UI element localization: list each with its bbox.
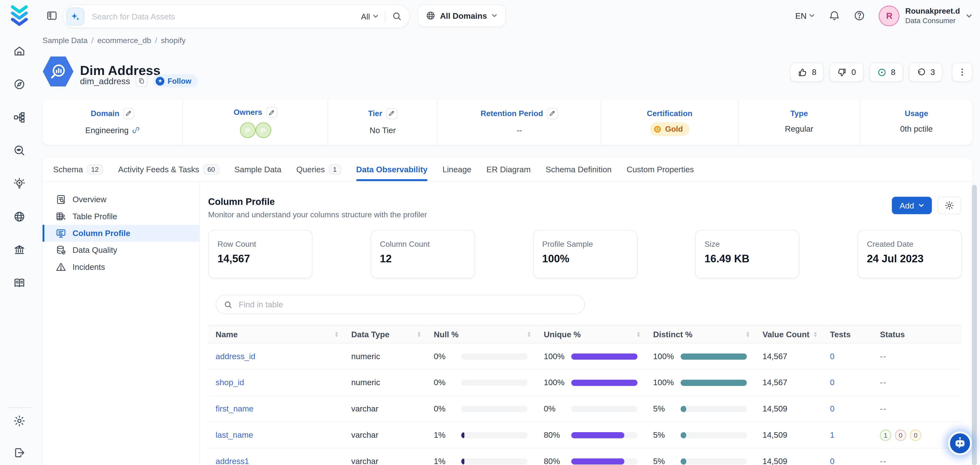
sidebar-item-data-quality[interactable]: Data Quality bbox=[43, 241, 199, 259]
column-name-link[interactable]: shop_id bbox=[216, 378, 244, 387]
tab-label: Schema Definition bbox=[546, 165, 612, 174]
column-header-label: Tests bbox=[830, 330, 851, 339]
thumb-down-button[interactable]: 0 bbox=[829, 62, 863, 82]
ai-sparkle-icon[interactable] bbox=[66, 7, 84, 25]
openmetadata-app: All All Domains EN R Rounakpreet.d Data … bbox=[0, 0, 980, 465]
null-percent-cell: 1% bbox=[429, 422, 539, 448]
breadcrumb-item[interactable]: shopify bbox=[161, 36, 186, 45]
tab-lineage[interactable]: Lineage bbox=[442, 157, 471, 181]
column-header-null[interactable]: Null %▲▼ bbox=[429, 325, 539, 343]
logout-icon[interactable] bbox=[13, 446, 26, 459]
tab-schema[interactable]: Schema12 bbox=[53, 157, 103, 181]
breadcrumb-item[interactable]: ecommerce_db bbox=[97, 36, 151, 45]
column-header-unique[interactable]: Unique %▲▼ bbox=[539, 325, 648, 343]
action-count: 0 bbox=[851, 67, 856, 77]
tab-sample-data[interactable]: Sample Data bbox=[234, 157, 281, 181]
views-button[interactable]: 8 bbox=[869, 62, 903, 82]
help-icon[interactable] bbox=[854, 10, 865, 21]
thumb-up-button[interactable]: 8 bbox=[790, 62, 824, 82]
rail-item-glossary[interactable] bbox=[13, 276, 26, 290]
column-header-name[interactable]: Name▲▼ bbox=[208, 325, 346, 343]
column-name-link[interactable]: address1 bbox=[216, 457, 249, 465]
app-logo-icon[interactable] bbox=[11, 5, 28, 26]
search-scope-dropdown[interactable]: All bbox=[361, 11, 379, 21]
summary-card-row-count: Row Count14,567 bbox=[208, 230, 313, 278]
rail-item-govern[interactable] bbox=[13, 243, 26, 257]
copy-icon[interactable] bbox=[136, 75, 148, 87]
owner-avatar[interactable]: P bbox=[256, 122, 271, 138]
follow-button[interactable]: ★ Follow bbox=[153, 74, 197, 87]
meta-label-text: Retention Period bbox=[480, 109, 543, 118]
meta-value: Regular bbox=[785, 122, 813, 136]
sort-icon[interactable]: ▲▼ bbox=[334, 331, 339, 338]
column-name-link[interactable]: address_id bbox=[216, 352, 255, 361]
global-search[interactable]: All bbox=[63, 5, 410, 28]
edit-owners-icon[interactable] bbox=[266, 107, 277, 118]
find-in-table-input[interactable] bbox=[237, 299, 577, 310]
meta-label-text: Type bbox=[790, 109, 808, 118]
language-selector[interactable]: EN bbox=[795, 11, 815, 20]
profiler-settings-gear-icon[interactable] bbox=[937, 197, 961, 214]
chat-bot-button[interactable] bbox=[948, 432, 972, 455]
sidebar-toggle-icon[interactable] bbox=[46, 10, 57, 21]
rail-item-insights[interactable] bbox=[13, 177, 26, 190]
column-name-link[interactable]: first_name bbox=[216, 404, 253, 413]
entity-detail-card: Schema12Activity Feeds & Tasks60Sample D… bbox=[43, 157, 973, 465]
add-button[interactable]: Add bbox=[892, 197, 932, 214]
tests-count-link[interactable]: 0 bbox=[830, 404, 835, 413]
tests-count-link[interactable]: 0 bbox=[830, 378, 835, 387]
breadcrumb-item[interactable]: Sample Data bbox=[43, 36, 88, 45]
settings-icon[interactable] bbox=[13, 414, 26, 427]
sort-icon[interactable]: ▲▼ bbox=[813, 331, 818, 338]
edit-retention-period-icon[interactable] bbox=[547, 108, 558, 119]
column-header-distinct[interactable]: Distinct %▲▼ bbox=[648, 325, 757, 343]
search-input[interactable] bbox=[91, 11, 361, 22]
column-name-link[interactable]: last_name bbox=[216, 430, 253, 440]
column-name-cell: shop_id bbox=[208, 369, 346, 396]
scrollbar[interactable] bbox=[972, 185, 977, 465]
tab-data-observability[interactable]: Data Observability bbox=[356, 157, 427, 181]
rail-item-home[interactable] bbox=[13, 44, 26, 58]
rail-item-services[interactable] bbox=[13, 111, 26, 124]
notifications-bell-icon[interactable] bbox=[829, 10, 840, 21]
sort-icon[interactable]: ▲▼ bbox=[417, 331, 421, 338]
edit-domain-icon[interactable] bbox=[123, 108, 134, 119]
column-header-data-type[interactable]: Data Type▲▼ bbox=[346, 325, 429, 343]
sidebar-item-table-profile[interactable]: Table Profile bbox=[43, 208, 199, 225]
tab-er-diagram[interactable]: ER Diagram bbox=[486, 157, 531, 181]
edit-tier-icon[interactable] bbox=[386, 108, 397, 119]
restore-button[interactable]: 3 bbox=[908, 62, 942, 82]
rail-item-explore[interactable] bbox=[13, 78, 26, 91]
sidebar-item-overview[interactable]: Overview bbox=[43, 191, 199, 208]
tests-count-link[interactable]: 0 bbox=[830, 457, 835, 465]
all-domains-button[interactable]: All Domains bbox=[417, 5, 506, 27]
tests-count-link[interactable]: 0 bbox=[830, 352, 835, 361]
more-actions-button[interactable] bbox=[952, 62, 972, 82]
column-header-value-count[interactable]: Value Count▲▼ bbox=[757, 325, 825, 343]
tests-count-link[interactable]: 1 bbox=[830, 430, 835, 440]
action-count: 8 bbox=[812, 67, 816, 77]
value-count-cell: 14,567 bbox=[757, 369, 825, 396]
tab-custom-properties[interactable]: Custom Properties bbox=[627, 157, 694, 181]
null-progress-bar bbox=[461, 379, 528, 386]
null-progress-bar bbox=[461, 432, 528, 438]
find-in-table[interactable] bbox=[216, 295, 585, 314]
meta-label: Domain bbox=[91, 108, 134, 119]
tab-queries[interactable]: Queries1 bbox=[296, 157, 341, 181]
rail-item-domains[interactable] bbox=[13, 210, 26, 224]
sidebar-item-incidents[interactable]: Incidents bbox=[43, 259, 199, 275]
user-menu[interactable]: R Rounakpreet.d Data Consumer bbox=[879, 5, 972, 26]
rail-item-observability[interactable] bbox=[13, 144, 26, 157]
sort-icon[interactable]: ▲▼ bbox=[746, 331, 750, 338]
views-icon bbox=[877, 67, 886, 77]
sidebar-item-label: Column Profile bbox=[73, 229, 130, 238]
owner-avatar[interactable]: P bbox=[240, 122, 255, 138]
tab-schema-definition[interactable]: Schema Definition bbox=[546, 157, 612, 181]
column-header-label: Value Count bbox=[762, 330, 810, 339]
value-count-cell: 14,509 bbox=[757, 422, 825, 448]
sort-icon[interactable]: ▲▼ bbox=[527, 331, 531, 338]
sidebar-item-column-profile[interactable]: Column Profile bbox=[43, 225, 199, 241]
sort-icon[interactable]: ▲▼ bbox=[636, 331, 641, 338]
tab-activity-feeds-tasks[interactable]: Activity Feeds & Tasks60 bbox=[118, 157, 220, 181]
search-icon[interactable] bbox=[392, 11, 402, 21]
